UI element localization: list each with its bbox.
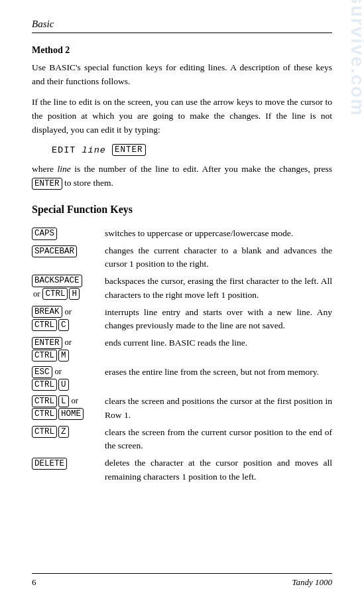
method2-para1: Use BASIC's special function keys for ed… — [32, 61, 332, 89]
key-cell: BREAK or CTRL C — [32, 304, 105, 335]
enter-key-inline: ENTER — [32, 178, 62, 190]
special-keys-title: Special Function Keys — [32, 204, 332, 216]
key-cell: DELETE — [32, 454, 105, 486]
home-key: HOME — [58, 408, 84, 420]
watermark: mustsurvive.com — [347, 0, 364, 117]
c-key: C — [58, 319, 69, 331]
edit-command-line: EDIT line ENTER — [52, 144, 332, 156]
table-row: BACKSPACE or CTRL H backspaces the curso… — [32, 273, 332, 304]
key-cell: BACKSPACE or CTRL H — [32, 273, 105, 304]
key-row-ctrl-h: or CTRL H — [32, 288, 98, 300]
table-row: CTRL L or CTRL HOME clears the screen an… — [32, 393, 332, 424]
backspace-combo: BACKSPACE or CTRL H — [32, 275, 98, 300]
key-row-ctrl-u: CTRL U — [32, 379, 98, 391]
footer-brand: Tandy 1000 — [292, 577, 332, 588]
ctrl-key: CTRL — [32, 408, 57, 420]
para3-middle: is the number of the line to edit. After… — [71, 164, 332, 174]
or-label: or — [55, 366, 62, 378]
page-number: 6 — [32, 577, 36, 588]
header-title: Basic — [32, 19, 54, 30]
para3-after: to store them. — [62, 178, 113, 188]
table-row: CAPS switches to uppercase or uppercase/… — [32, 225, 332, 242]
caps-key: CAPS — [32, 228, 57, 239]
desc-cell: interrupts line entry and starts over wi… — [105, 304, 332, 335]
ctrl-l-combo: CTRL L or CTRL HOME — [32, 395, 98, 420]
desc-cell: switches to uppercase or uppercase/lower… — [105, 225, 332, 242]
desc-cell: backspaces the cursor, erasing the first… — [105, 273, 332, 304]
desc-cell: ends current line. BASIC reads the line. — [105, 334, 332, 364]
key-cell: SPACEBAR — [32, 242, 105, 273]
table-row: DELETE deletes the character at the curs… — [32, 454, 332, 486]
desc-cell: clears the screen from the current curso… — [105, 424, 332, 455]
ctrl-key: CTRL — [32, 395, 57, 407]
ctrl-key: CTRL — [42, 288, 68, 300]
key-cell: CAPS — [32, 225, 105, 242]
key-cell: ENTER or CTRL M — [32, 334, 105, 364]
key-row-ctrl-home: CTRL HOME — [32, 408, 98, 420]
desc-cell: changes the current character to a blank… — [105, 242, 332, 273]
m-key: M — [58, 350, 69, 362]
key-row-esc: ESC or — [32, 366, 98, 378]
method2-section: Method 2 Use BASIC's special function ke… — [32, 45, 332, 190]
page: mustsurvive.com Basic Method 2 Use BASIC… — [0, 0, 364, 601]
key-row-ctrl-m: CTRL M — [32, 350, 98, 362]
page-header: Basic — [32, 19, 332, 33]
or-label: or — [65, 336, 72, 349]
enter-key: ENTER — [32, 337, 62, 349]
h-key: H — [69, 288, 80, 300]
spacebar-key: SPACEBAR — [32, 245, 77, 257]
enter-key-code: ENTER — [112, 144, 146, 156]
page-footer: 6 Tandy 1000 — [32, 573, 332, 588]
z-key: Z — [58, 426, 69, 438]
table-row: BREAK or CTRL C interrupts line entry an… — [32, 304, 332, 335]
or-label: or — [33, 288, 40, 300]
para3-line: line — [58, 164, 71, 174]
ctrl-key: CTRL — [32, 350, 57, 362]
key-cell: CTRL Z — [32, 424, 105, 455]
or-label: or — [72, 395, 78, 407]
esc-key: ESC — [32, 366, 52, 378]
ctrl-key: CTRL — [32, 379, 57, 391]
key-row-enter: ENTER or — [32, 336, 98, 349]
special-keys-section: Special Function Keys CAPS switches to u… — [32, 204, 332, 486]
table-row: ESC or CTRL U erases the entire line fro… — [32, 364, 332, 393]
key-row-backspace: BACKSPACE — [32, 275, 98, 287]
key-row-break: BREAK or — [32, 306, 98, 318]
key-cell: ESC or CTRL U — [32, 364, 105, 393]
ctrl-key: CTRL — [32, 426, 57, 438]
key-row-ctrl-c: CTRL C — [32, 319, 98, 331]
or-label: or — [65, 306, 72, 318]
break-key: BREAK — [32, 306, 62, 318]
table-row: ENTER or CTRL M ends current line. BASIC… — [32, 334, 332, 364]
key-row-ctrl-z: CTRL Z — [32, 426, 98, 438]
edit-keyword: EDIT — [52, 145, 82, 155]
method2-para3: where line is the number of the line to … — [32, 163, 332, 190]
l-key: L — [58, 395, 69, 407]
para3-before: where — [32, 164, 58, 174]
ctrl-key: CTRL — [32, 319, 57, 331]
method2-para2: If the line to edit is on the screen, yo… — [32, 96, 332, 137]
delete-key: DELETE — [32, 458, 67, 470]
desc-cell: erases the entire line from the screen, … — [105, 364, 332, 393]
backspace-key: BACKSPACE — [32, 275, 82, 287]
edit-line-var: line — [82, 145, 106, 155]
function-keys-table: CAPS switches to uppercase or uppercase/… — [32, 225, 332, 486]
key-cell: CTRL L or CTRL HOME — [32, 393, 105, 424]
table-row: CTRL Z clears the screen from the curren… — [32, 424, 332, 455]
desc-cell: clears the screen and positions the curs… — [105, 393, 332, 424]
key-row-ctrl-l: CTRL L or — [32, 395, 98, 407]
esc-combo: ESC or CTRL U — [32, 366, 98, 391]
u-key: U — [58, 379, 69, 391]
method2-title: Method 2 — [32, 45, 332, 56]
enter-combo: ENTER or CTRL M — [32, 336, 98, 362]
desc-cell: deletes the character at the cursor posi… — [105, 454, 332, 486]
table-row: SPACEBAR changes the current character t… — [32, 242, 332, 273]
break-combo: BREAK or CTRL C — [32, 306, 98, 331]
